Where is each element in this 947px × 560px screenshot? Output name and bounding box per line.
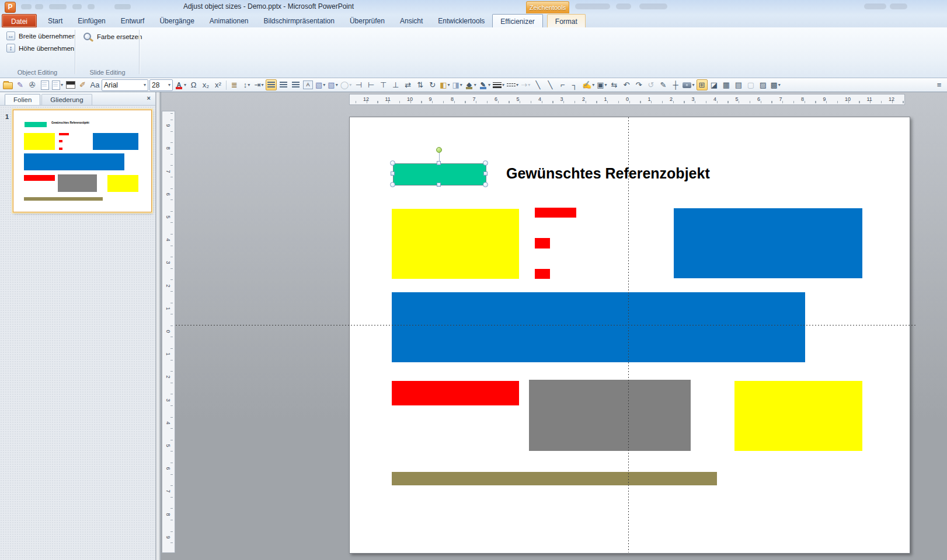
tab-animationen[interactable]: Animationen xyxy=(202,14,256,27)
resize-handle-n[interactable] xyxy=(437,161,441,165)
screenshot-icon[interactable]: ▾ xyxy=(682,79,695,90)
vertical-drawing-guide[interactable] xyxy=(628,117,629,552)
resize-handle-w[interactable] xyxy=(391,172,395,176)
subscript-icon[interactable]: x₂ xyxy=(200,79,211,90)
rotation-handle[interactable] xyxy=(436,147,442,153)
replace-color-button[interactable]: Farbe ersetzen xyxy=(80,30,145,43)
align-right-edges-icon[interactable]: ⊢ xyxy=(365,79,377,90)
apply-height-button[interactable]: ↕ Höhe übernehmen xyxy=(4,43,77,54)
distribute-horizontal-icon[interactable]: ⇄ xyxy=(402,79,413,90)
guides-toggle-icon[interactable]: ⊞ xyxy=(697,79,708,90)
open-icon[interactable] xyxy=(2,79,13,90)
dash-style-icon[interactable]: ▾ xyxy=(506,79,519,90)
tab-entwicklertools[interactable]: Entwicklertools xyxy=(430,14,492,27)
media-icon[interactable]: ◪ xyxy=(709,79,720,90)
tab-bildschirmpräsentation[interactable]: Bildschirmpräsentation xyxy=(256,14,342,27)
blue-rect-top-right[interactable] xyxy=(674,208,862,278)
gray-rect-bottom[interactable] xyxy=(529,380,691,451)
red-bar-small[interactable] xyxy=(535,208,576,218)
rotate-icon[interactable]: ↻ xyxy=(427,79,438,90)
align-left-edges-icon[interactable]: ⊣ xyxy=(353,79,364,90)
cell-grid-icon[interactable]: ▤ xyxy=(733,79,744,90)
slide-thumbnail[interactable]: Gewünschtes Referenzobjekt xyxy=(13,110,152,212)
symbol-icon[interactable]: Ω xyxy=(188,79,199,90)
elbow-connector-icon[interactable]: ⌐ xyxy=(557,79,568,90)
tab-folien[interactable]: Folien xyxy=(5,94,40,105)
change-case-icon[interactable]: Aa xyxy=(89,79,100,90)
resize-handle-s[interactable] xyxy=(437,183,441,187)
align-top-icon[interactable]: ⊤ xyxy=(378,79,389,90)
apply-width-button[interactable]: ↔ Breite übernehmen xyxy=(4,30,79,41)
red-square-mid[interactable] xyxy=(535,238,550,249)
line-color-icon[interactable]: ✎▾ xyxy=(478,79,491,90)
align-left-icon[interactable] xyxy=(266,79,277,90)
reposition-icon[interactable]: ┼ xyxy=(670,79,681,90)
chevron-down-icon[interactable]: ▾ xyxy=(144,82,146,88)
tab-überprüfen[interactable]: Überprüfen xyxy=(342,14,392,27)
superscript-icon[interactable]: x² xyxy=(213,79,224,90)
list-level-icon[interactable]: ⇥▾ xyxy=(253,79,264,90)
shadow-effect-icon[interactable]: ◯▾ xyxy=(340,79,353,90)
resize-handle-ne[interactable] xyxy=(483,160,488,166)
resize-handle-e[interactable] xyxy=(483,172,488,176)
chart-icon[interactable]: ▨ xyxy=(758,79,769,90)
red-square-low[interactable] xyxy=(535,269,550,279)
arrange-icon[interactable]: ▩▾ xyxy=(770,79,781,90)
red-rect-bottom-left[interactable] xyxy=(392,381,519,405)
tab-efficienizer[interactable]: Efficienizer xyxy=(492,14,542,27)
arrow-shape-icon[interactable]: ╲ xyxy=(545,79,556,90)
rotate-left-icon[interactable]: ↶ xyxy=(621,79,632,90)
resize-handle-sw[interactable] xyxy=(390,182,395,187)
shape-quickstyle-icon[interactable]: ▧▾ xyxy=(315,79,326,90)
rotate-3d-icon[interactable]: ↺ xyxy=(645,79,656,90)
edit-theme-icon[interactable]: ✎ xyxy=(15,79,26,90)
elbow-arrow-connector-icon[interactable]: ┐ xyxy=(569,79,580,90)
tab-datei[interactable]: Datei xyxy=(2,14,37,27)
tab-format[interactable]: Format xyxy=(547,14,586,27)
align-center-icon[interactable] xyxy=(278,79,289,90)
distribute-vertical-icon[interactable]: ⇅ xyxy=(415,79,426,90)
bullets-icon[interactable]: ≣ xyxy=(229,79,240,90)
slide-editing-area[interactable]: Gewünschtes Referenzobjekt xyxy=(349,117,910,554)
close-icon[interactable]: × xyxy=(147,94,151,102)
pencil-icon[interactable]: ✎ xyxy=(657,79,669,90)
shape-fill-icon[interactable]: ◆▾ xyxy=(464,79,477,90)
picture-style-icon[interactable]: ▧▾ xyxy=(327,79,338,90)
toolbar-overflow-icon[interactable]: ≡ xyxy=(934,79,945,90)
arrow-style-icon[interactable]: ⇢▾ xyxy=(520,79,531,90)
tab-start[interactable]: Start xyxy=(40,14,70,27)
chevron-down-icon[interactable]: ▾ xyxy=(168,82,170,88)
rotate-right-icon[interactable]: ↷ xyxy=(633,79,644,90)
line-shape-icon[interactable]: ╲ xyxy=(532,79,544,90)
resize-handle-nw[interactable] xyxy=(390,160,395,166)
horizontal-drawing-guide[interactable] xyxy=(176,325,917,326)
format-painter-icon[interactable]: ✐ xyxy=(77,79,88,90)
font-name-combo[interactable]: Arial▾ xyxy=(102,79,148,91)
tab-ansicht[interactable]: Ansicht xyxy=(392,14,430,27)
freeform-select-icon[interactable]: ✍▾ xyxy=(582,79,595,90)
flip-horizontal-icon[interactable]: ⇆ xyxy=(608,79,619,90)
bring-forward-icon[interactable]: ◧▾ xyxy=(439,79,450,90)
paperclip-icon[interactable]: ✇ xyxy=(27,79,38,90)
tab-einfügen[interactable]: Einfügen xyxy=(70,14,113,27)
send-backward-icon[interactable]: ◨▾ xyxy=(452,79,463,90)
line-spacing-icon[interactable]: ↕▾ xyxy=(241,79,252,90)
yellow-rect-bottom-right[interactable] xyxy=(734,381,862,451)
bw-swatch-icon[interactable] xyxy=(65,79,76,90)
placeholder-icon[interactable]: ▢ xyxy=(746,79,757,90)
notes-icon[interactable] xyxy=(39,79,50,90)
align-bottom-icon[interactable]: ⊥ xyxy=(390,79,401,90)
tab-gliederung[interactable]: Gliederung xyxy=(41,94,92,105)
textbox-icon[interactable]: A xyxy=(302,79,314,90)
resize-handle-se[interactable] xyxy=(483,182,488,187)
group-icon[interactable]: ▣▾ xyxy=(596,79,607,90)
table-grid-icon[interactable]: ▦ xyxy=(721,79,732,90)
panel-splitter[interactable] xyxy=(156,92,161,560)
blue-rect-wide[interactable] xyxy=(392,292,805,362)
yellow-rect-top-left[interactable] xyxy=(392,209,519,279)
olive-bar-bottom[interactable] xyxy=(392,472,717,485)
font-size-combo[interactable]: 28▾ xyxy=(149,79,173,91)
layout-icon[interactable]: ▾ xyxy=(51,79,64,90)
align-right-icon[interactable] xyxy=(290,79,301,90)
font-color-icon[interactable]: A▾ xyxy=(174,79,187,90)
